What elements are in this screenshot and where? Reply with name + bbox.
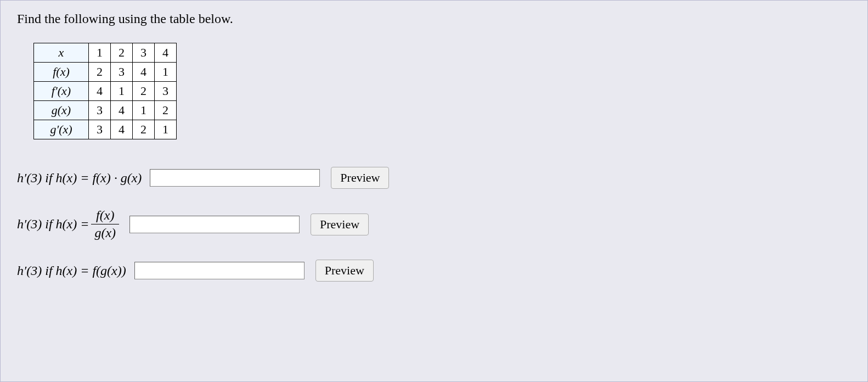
question-2-prompt: h′(3) if h(x) = f(x) g(x) bbox=[17, 208, 121, 240]
problem-container: Find the following using the table below… bbox=[0, 0, 868, 382]
table-row-label: g′(x) bbox=[34, 120, 89, 139]
question-1-prompt: h′(3) if h(x) = f(x) · g(x) bbox=[17, 171, 142, 186]
preview-button-2[interactable]: Preview bbox=[311, 214, 369, 235]
question-2: h′(3) if h(x) = f(x) g(x) Preview bbox=[17, 208, 851, 240]
table-row-label: f(x) bbox=[34, 63, 89, 82]
table-cell: 2 bbox=[155, 101, 177, 120]
preview-button-3[interactable]: Preview bbox=[315, 260, 374, 282]
table-cell: 2 bbox=[133, 82, 155, 101]
fraction-numerator: f(x) bbox=[93, 208, 117, 224]
table-header-value: 4 bbox=[155, 43, 177, 63]
function-values-table: x 1 2 3 4 f(x) 2 3 4 1 f′(x) 4 1 2 3 g(x… bbox=[33, 43, 177, 139]
table-cell: 4 bbox=[111, 120, 133, 139]
question-3: h′(3) if h(x) = f(g(x)) Preview bbox=[17, 260, 851, 282]
table-cell: 1 bbox=[155, 120, 177, 139]
table-cell: 3 bbox=[111, 63, 133, 82]
table-cell: 1 bbox=[111, 82, 133, 101]
table-cell: 4 bbox=[89, 82, 111, 101]
problem-intro-text: Find the following using the table below… bbox=[17, 12, 851, 26]
question-3-prompt: h′(3) if h(x) = f(g(x)) bbox=[17, 263, 126, 278]
table-row: g(x) 3 4 1 2 bbox=[34, 101, 177, 120]
fraction: f(x) g(x) bbox=[91, 208, 119, 240]
table-header-label: x bbox=[34, 43, 89, 63]
table-row: f(x) 2 3 4 1 bbox=[34, 63, 177, 82]
table-row-label: f′(x) bbox=[34, 82, 89, 101]
table-row: x 1 2 3 4 bbox=[34, 43, 177, 63]
table-cell: 4 bbox=[133, 63, 155, 82]
question-2-prefix: h′(3) if h(x) = bbox=[17, 217, 89, 232]
preview-button-1[interactable]: Preview bbox=[331, 167, 389, 189]
table-row: f′(x) 4 1 2 3 bbox=[34, 82, 177, 101]
fraction-denominator: g(x) bbox=[91, 224, 119, 240]
table-cell: 3 bbox=[89, 101, 111, 120]
table-header-value: 2 bbox=[111, 43, 133, 63]
answer-input-3[interactable] bbox=[134, 262, 305, 279]
table-cell: 1 bbox=[155, 63, 177, 82]
question-1: h′(3) if h(x) = f(x) · g(x) Preview bbox=[17, 167, 851, 189]
table-header-value: 3 bbox=[133, 43, 155, 63]
table-row: g′(x) 3 4 2 1 bbox=[34, 120, 177, 139]
table-cell: 4 bbox=[111, 101, 133, 120]
table-cell: 2 bbox=[133, 120, 155, 139]
table-header-value: 1 bbox=[89, 43, 111, 63]
table-cell: 1 bbox=[133, 101, 155, 120]
table-row-label: g(x) bbox=[34, 101, 89, 120]
answer-input-2[interactable] bbox=[129, 216, 300, 233]
answer-input-1[interactable] bbox=[150, 169, 320, 187]
table-cell: 3 bbox=[89, 120, 111, 139]
table-cell: 2 bbox=[89, 63, 111, 82]
table-cell: 3 bbox=[155, 82, 177, 101]
